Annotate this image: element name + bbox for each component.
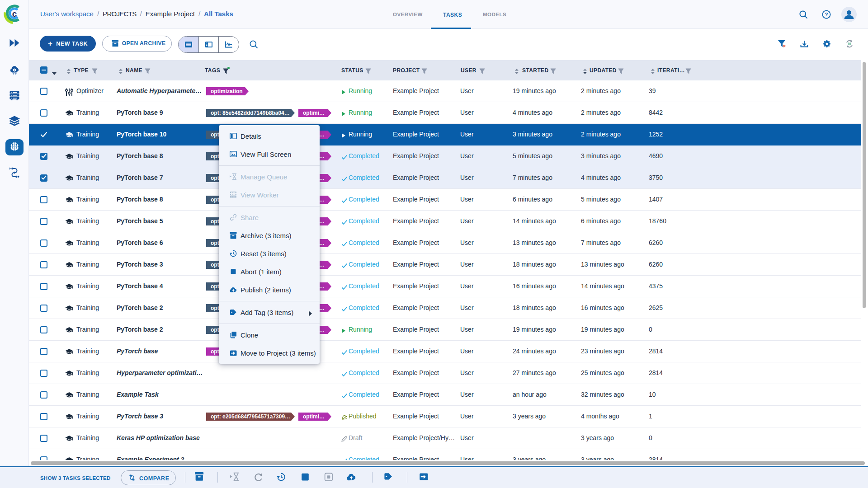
svg-text:c: c [12,9,17,19]
svg-text:?: ? [825,12,828,17]
